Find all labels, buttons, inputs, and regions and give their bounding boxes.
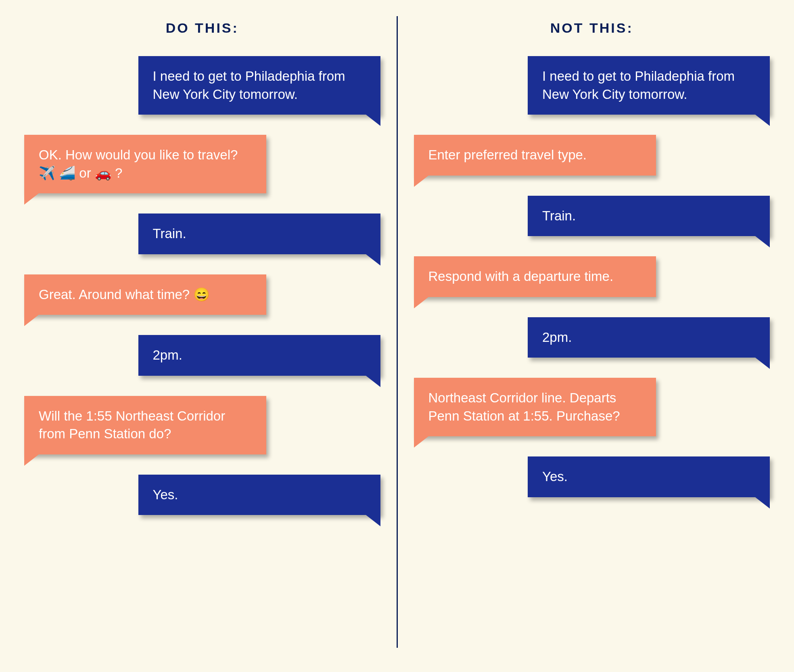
user-message: 2pm.	[138, 335, 380, 376]
bot-message: Enter preferred travel type.	[414, 135, 656, 176]
bot-message: Great. Around what time? 😄	[24, 274, 266, 315]
user-message: I need to get to Philadephia from New Yo…	[138, 56, 380, 115]
chat-row: Yes.	[414, 456, 770, 509]
chat-row: Will the 1:55 Northeast Corridor from Pe…	[24, 396, 380, 467]
chat-row: Northeast Corridor line. Departs Penn St…	[414, 378, 770, 448]
chat-row: Train.	[24, 214, 380, 266]
user-message: I need to get to Philadephia from New Yo…	[528, 56, 770, 115]
user-message: Train.	[138, 214, 380, 254]
bot-message: Will the 1:55 Northeast Corridor from Pe…	[24, 396, 266, 454]
chat-row: I need to get to Philadephia from New Yo…	[24, 56, 380, 127]
not-this-heading: NOT THIS:	[414, 20, 770, 36]
chat-row: Train.	[414, 196, 770, 249]
do-this-heading: DO THIS:	[24, 20, 380, 36]
user-message: Yes.	[138, 475, 380, 515]
user-message: Yes.	[528, 456, 770, 497]
bot-message: Northeast Corridor line. Departs Penn St…	[414, 378, 656, 436]
chat-row: 2pm.	[24, 335, 380, 388]
user-message: 2pm.	[528, 317, 770, 358]
comparison-canvas: DO THIS: I need to get to Philadephia fr…	[0, 0, 794, 672]
chat-row: Enter preferred travel type.	[414, 135, 770, 188]
chat-row: I need to get to Philadephia from New Yo…	[414, 56, 770, 127]
not-this-column: NOT THIS: I need to get to Philadephia f…	[398, 16, 770, 648]
chat-row: Respond with a departure time.	[414, 256, 770, 309]
chat-row: Great. Around what time? 😄	[24, 274, 380, 327]
bot-message: OK. How would you like to travel? ✈️ 🚄 o…	[24, 135, 266, 193]
user-message: Train.	[528, 196, 770, 237]
chat-row: OK. How would you like to travel? ✈️ 🚄 o…	[24, 135, 380, 205]
do-this-column: DO THIS: I need to get to Philadephia fr…	[24, 16, 397, 648]
chat-row: Yes.	[24, 475, 380, 528]
bot-message: Respond with a departure time.	[414, 256, 656, 297]
chat-row: 2pm.	[414, 317, 770, 370]
